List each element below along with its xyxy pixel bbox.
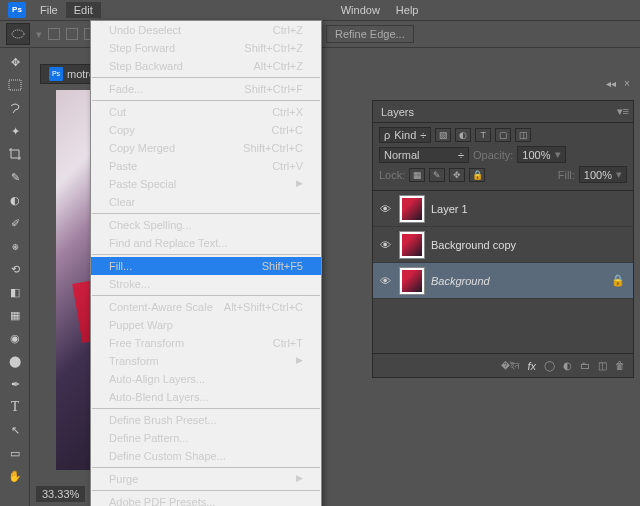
svg-rect-1 <box>9 80 21 90</box>
menu-item-step-backward[interactable]: Step BackwardAlt+Ctrl+Z <box>91 57 321 75</box>
layer-name[interactable]: Background <box>431 275 605 287</box>
layer-row[interactable]: 👁Background copy <box>373 227 633 263</box>
adjustment-layer-icon[interactable]: ◐ <box>563 360 572 371</box>
menu-item-define-brush-preset[interactable]: Define Brush Preset... <box>91 411 321 429</box>
new-layer-icon[interactable]: ◫ <box>598 360 607 371</box>
svg-point-0 <box>12 30 24 38</box>
menu-window[interactable]: Window <box>333 2 388 18</box>
hand-tool-icon[interactable]: ✋ <box>3 465 27 487</box>
layer-filter-select[interactable]: ρ Kind ÷ <box>379 127 431 143</box>
opacity-label: Opacity: <box>473 149 513 161</box>
menu-item-find-and-replace-text[interactable]: Find and Replace Text... <box>91 234 321 252</box>
opacity-input[interactable]: 100% ▾ <box>517 146 565 163</box>
refine-edge-button[interactable]: Refine Edge... <box>326 25 414 43</box>
lasso-tool-icon[interactable] <box>3 97 27 119</box>
shape-tool-icon[interactable]: ▭ <box>3 442 27 464</box>
menu-item-check-spelling[interactable]: Check Spelling... <box>91 216 321 234</box>
blend-mode-select[interactable]: Normal ÷ <box>379 147 469 163</box>
blur-tool-icon[interactable]: ◉ <box>3 327 27 349</box>
layer-row[interactable]: 👁Layer 1 <box>373 191 633 227</box>
menu-item-clear[interactable]: Clear <box>91 193 321 211</box>
tools-panel: ✥ ✦ ✎ ◐ ✐ ⎈ ⟲ ◧ ▦ ◉ ⬤ ✒ T ↖ ▭ ✋ <box>0 48 30 506</box>
visibility-icon[interactable]: 👁 <box>377 239 393 251</box>
menu-item-paste[interactable]: PasteCtrl+V <box>91 157 321 175</box>
marquee-tool-icon[interactable] <box>3 74 27 96</box>
lock-pixels-icon[interactable]: ✎ <box>429 168 445 182</box>
wand-tool-icon[interactable]: ✦ <box>3 120 27 142</box>
collapse-icon[interactable]: ◂◂ <box>604 78 618 90</box>
menu-item-define-custom-shape: Define Custom Shape... <box>91 447 321 465</box>
fill-input[interactable]: 100% ▾ <box>579 166 627 183</box>
file-type-icon: Ps <box>49 67 63 81</box>
filter-adjust-icon[interactable]: ◐ <box>455 128 471 142</box>
delete-layer-icon[interactable]: 🗑 <box>615 360 625 371</box>
visibility-icon[interactable]: 👁 <box>377 203 393 215</box>
link-layers-icon[interactable]: �ইন <box>501 360 519 372</box>
panel-menu-icon[interactable]: ▾≡ <box>617 105 629 118</box>
edit-menu-dropdown: Undo DeselectCtrl+ZStep ForwardShift+Ctr… <box>90 20 322 506</box>
visibility-icon[interactable]: 👁 <box>377 275 393 287</box>
menu-item-auto-blend-layers: Auto-Blend Layers... <box>91 388 321 406</box>
gradient-tool-icon[interactable]: ▦ <box>3 304 27 326</box>
zoom-level[interactable]: 33.33% <box>36 486 85 502</box>
layer-name[interactable]: Layer 1 <box>431 203 633 215</box>
lock-transparency-icon[interactable]: ▦ <box>409 168 425 182</box>
layer-list: 👁Layer 1👁Background copy👁Background🔒 <box>373 191 633 299</box>
menu-item-purge[interactable]: Purge▶ <box>91 470 321 488</box>
layer-thumbnail[interactable] <box>399 267 425 295</box>
menu-item-stroke[interactable]: Stroke... <box>91 275 321 293</box>
active-tool-icon[interactable] <box>6 23 30 45</box>
layer-group-icon[interactable]: 🗀 <box>580 360 590 371</box>
lock-position-icon[interactable]: ✥ <box>449 168 465 182</box>
dodge-tool-icon[interactable]: ⬤ <box>3 350 27 372</box>
layer-thumbnail[interactable] <box>399 195 425 223</box>
history-brush-icon[interactable]: ⟲ <box>3 258 27 280</box>
menu-item-copy-merged[interactable]: Copy MergedShift+Ctrl+C <box>91 139 321 157</box>
filter-smart-icon[interactable]: ◫ <box>515 128 531 142</box>
menu-item-free-transform[interactable]: Free TransformCtrl+T <box>91 334 321 352</box>
menu-item-undo-deselect[interactable]: Undo DeselectCtrl+Z <box>91 21 321 39</box>
layer-row[interactable]: 👁Background🔒 <box>373 263 633 299</box>
layer-fx-icon[interactable]: fx <box>527 360 536 372</box>
fill-label: Fill: <box>558 169 575 181</box>
healing-tool-icon[interactable]: ◐ <box>3 189 27 211</box>
menu-edit[interactable]: Edit <box>66 2 101 18</box>
brush-tool-icon[interactable]: ✐ <box>3 212 27 234</box>
app-logo: Ps <box>8 2 26 18</box>
crop-tool-icon[interactable] <box>3 143 27 165</box>
eyedropper-tool-icon[interactable]: ✎ <box>3 166 27 188</box>
panel-collapse-controls: ◂◂ × <box>604 78 634 90</box>
menu-item-puppet-warp[interactable]: Puppet Warp <box>91 316 321 334</box>
filter-type-icon[interactable]: T <box>475 128 491 142</box>
menu-item-fade: Fade...Shift+Ctrl+F <box>91 80 321 98</box>
panel-title: Layers <box>381 106 414 118</box>
filter-shape-icon[interactable]: ▢ <box>495 128 511 142</box>
layer-mask-icon[interactable]: ◯ <box>544 360 555 371</box>
move-tool-icon[interactable]: ✥ <box>3 51 27 73</box>
menu-item-copy[interactable]: CopyCtrl+C <box>91 121 321 139</box>
layers-panel: Layers ▾≡ ρ Kind ÷ ▧ ◐ T ▢ ◫ Normal ÷ Op… <box>372 100 634 378</box>
lock-all-icon[interactable]: 🔒 <box>469 168 485 182</box>
menu-item-paste-special[interactable]: Paste Special▶ <box>91 175 321 193</box>
filter-pixel-icon[interactable]: ▧ <box>435 128 451 142</box>
menu-item-transform[interactable]: Transform▶ <box>91 352 321 370</box>
menu-item-define-pattern[interactable]: Define Pattern... <box>91 429 321 447</box>
pen-tool-icon[interactable]: ✒ <box>3 373 27 395</box>
menu-item-content-aware-scale[interactable]: Content-Aware ScaleAlt+Shift+Ctrl+C <box>91 298 321 316</box>
menu-file[interactable]: File <box>32 2 66 18</box>
stamp-tool-icon[interactable]: ⎈ <box>3 235 27 257</box>
close-icon[interactable]: × <box>620 78 634 90</box>
layer-thumbnail[interactable] <box>399 231 425 259</box>
eraser-tool-icon[interactable]: ◧ <box>3 281 27 303</box>
menu-item-fill[interactable]: Fill...Shift+F5 <box>91 257 321 275</box>
menu-item-step-forward[interactable]: Step ForwardShift+Ctrl+Z <box>91 39 321 57</box>
menu-help[interactable]: Help <box>388 2 427 18</box>
menu-item-adobe-pdf-presets[interactable]: Adobe PDF Presets... <box>91 493 321 506</box>
menu-item-cut[interactable]: CutCtrl+X <box>91 103 321 121</box>
path-tool-icon[interactable]: ↖ <box>3 419 27 441</box>
layer-name[interactable]: Background copy <box>431 239 633 251</box>
menu-bar: Ps File Edit Window Help <box>0 0 640 20</box>
layers-footer: �ইন fx ◯ ◐ 🗀 ◫ 🗑 <box>373 353 633 377</box>
menu-item-auto-align-layers: Auto-Align Layers... <box>91 370 321 388</box>
type-tool-icon[interactable]: T <box>3 396 27 418</box>
